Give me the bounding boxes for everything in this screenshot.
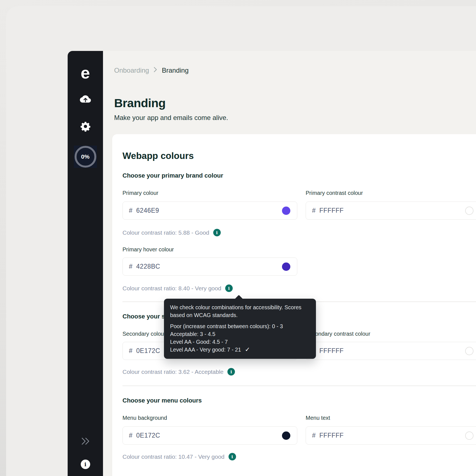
hex-prefix: #: [129, 207, 133, 214]
secondary-contrast-swatch[interactable]: [465, 347, 473, 355]
gear-icon: [80, 121, 91, 133]
primary-contrast-label: Primary contrast colour: [306, 190, 363, 196]
primary-colour-value: 6246E9: [136, 207, 159, 214]
cloud-upload-icon: [80, 95, 91, 105]
chevron-right-icon: [153, 67, 157, 74]
secondary-contrast-value: FFFFFF: [319, 347, 343, 355]
tooltip-score-aaa: Level AAA - Very good: 7 - 21✓: [170, 346, 310, 354]
secondary-colour-value: 0E172C: [136, 347, 160, 355]
onboarding-progress[interactable]: 0%: [74, 146, 97, 168]
ratio-text: Colour contrast ratio: 5.88 - Good: [122, 229, 209, 236]
hex-prefix: #: [312, 207, 316, 214]
tooltip-score-acceptable: Acceptable: 3 - 4.5: [170, 330, 310, 338]
sidebar-item-settings[interactable]: [68, 122, 103, 132]
menu-text-input[interactable]: # FFFFFF: [306, 426, 476, 445]
ratio-text: Colour contrast ratio: 10.47 - Very good: [122, 453, 225, 460]
sidebar-expand-button[interactable]: [68, 438, 103, 446]
ratio-text: Colour contrast ratio: 3.62 - Acceptable: [122, 369, 224, 375]
menu-section-heading: Choose your menu colours: [122, 397, 202, 404]
breadcrumb-item-onboarding[interactable]: Onboarding: [114, 67, 149, 74]
info-icon[interactable]: i: [229, 453, 236, 460]
sidebar: e 0%: [68, 51, 103, 476]
app-logo-letter: e: [81, 63, 90, 82]
hex-prefix: #: [129, 432, 133, 439]
primary-hover-value: 4228BC: [136, 263, 160, 270]
info-icon[interactable]: i: [213, 229, 221, 236]
tooltip-score-poor: Poor (increase contrast between colours)…: [170, 322, 310, 330]
breadcrumb-item-branding: Branding: [162, 67, 188, 74]
primary-colour-input[interactable]: # 6246E9: [122, 202, 297, 220]
info-icon[interactable]: i: [225, 284, 233, 292]
section-divider: [122, 386, 476, 386]
hex-prefix: #: [129, 347, 133, 355]
tooltip-score-aa: Level AA - Good: 4.5 - 7: [170, 338, 310, 346]
menu-background-label: Menu background: [122, 415, 167, 421]
info-icon[interactable]: i: [227, 368, 235, 376]
secondary-colour-label: Secondary colour: [122, 331, 166, 337]
menu-contrast-ratio: Colour contrast ratio: 10.47 - Very good…: [122, 453, 236, 460]
info-icon: i: [81, 460, 90, 469]
hover-contrast-ratio: Colour contrast ratio: 8.40 - Very good …: [122, 284, 233, 292]
primary-colour-label: Primary colour: [122, 190, 158, 196]
sidebar-item-upload[interactable]: [68, 95, 103, 105]
sidebar-help-button[interactable]: i: [68, 460, 103, 469]
wcag-tooltip: We check colour combinations for accessi…: [164, 299, 316, 359]
menu-background-value: 0E172C: [136, 432, 160, 439]
menu-background-input[interactable]: # 0E172C: [122, 426, 297, 445]
tooltip-intro: We check colour combinations for accessi…: [170, 303, 310, 319]
breadcrumb: Onboarding Branding: [114, 67, 189, 74]
menu-text-value: FFFFFF: [319, 432, 343, 439]
secondary-contrast-ratio: Colour contrast ratio: 3.62 - Acceptable…: [122, 368, 235, 376]
primary-hover-swatch[interactable]: [282, 262, 290, 271]
primary-contrast-ratio: Colour contrast ratio: 5.88 - Good i: [122, 229, 221, 236]
menu-background-swatch[interactable]: [282, 431, 290, 440]
primary-contrast-input[interactable]: # FFFFFF: [306, 202, 476, 220]
ratio-text: Colour contrast ratio: 8.40 - Very good: [122, 285, 221, 292]
progress-value: 0%: [81, 153, 89, 160]
hex-prefix: #: [129, 263, 133, 270]
menu-text-swatch[interactable]: [465, 431, 473, 440]
double-chevron-right-icon: [80, 437, 91, 446]
app-logo[interactable]: e: [68, 64, 103, 81]
webapp-colours-card: Webapp colours Choose your primary brand…: [112, 134, 476, 476]
primary-colour-swatch[interactable]: [282, 207, 290, 215]
primary-contrast-swatch[interactable]: [465, 207, 473, 215]
page-subtitle: Make your app and emails come alive.: [114, 114, 228, 122]
secondary-contrast-input[interactable]: # FFFFFF: [306, 342, 476, 360]
progress-ring: 0%: [75, 146, 96, 168]
tooltip-caret: [234, 295, 243, 303]
check-icon: ✓: [245, 346, 250, 354]
primary-section-heading: Choose your primary brand colour: [122, 172, 223, 179]
primary-hover-input[interactable]: # 4228BC: [122, 257, 297, 276]
hex-prefix: #: [312, 432, 316, 439]
menu-text-label: Menu text: [306, 415, 330, 421]
primary-contrast-value: FFFFFF: [319, 207, 343, 214]
primary-hover-label: Primary hover colour: [122, 246, 174, 253]
card-title: Webapp colours: [122, 151, 194, 161]
page-title: Branding: [114, 96, 166, 110]
